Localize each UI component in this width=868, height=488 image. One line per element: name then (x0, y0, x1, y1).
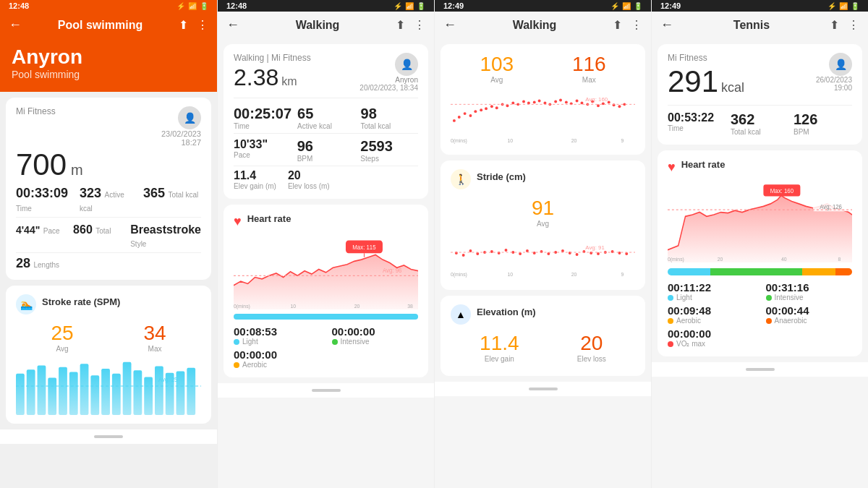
status-time-2: 12:48 (226, 1, 247, 10)
zone-light-seg (668, 268, 710, 275)
elev-loss-label: Elev loss (577, 355, 606, 363)
panel3-scroll: 103 Avg 116 Max (435, 38, 651, 488)
panel1-title: Pool swimming (58, 19, 142, 32)
main-unit-1: m (71, 162, 83, 179)
panel2-header-icons: ⬆ ⋮ (396, 18, 425, 32)
battery-icon-3: 🔋 (634, 2, 642, 10)
share-button-1[interactable]: ⬆ (179, 18, 188, 32)
stroke-max-value: 34 (143, 322, 166, 345)
stat-total-kcal-1: 365 Total kcal (143, 186, 201, 214)
elev-loss-value: 20 (577, 332, 606, 355)
svg-point-55 (597, 104, 600, 107)
more-button-3[interactable]: ⋮ (631, 18, 642, 32)
share-button-2[interactable]: ⬆ (396, 18, 405, 32)
zone-intensive-2: 00:00:00 Intensive (332, 325, 419, 346)
elev-loss: 20 Elev loss (577, 332, 606, 363)
w-bpm-val: 96 (297, 138, 355, 155)
svg-point-82 (561, 249, 564, 252)
w-total-kcal: 98 Total kcal (361, 106, 418, 130)
status-bar-1: 12:48 ⚡ 📶 🔋 (0, 0, 217, 12)
stroke-rate-header: 🏊 Stroke rate (SPM) (16, 294, 201, 314)
svg-point-49 (565, 100, 568, 103)
w-elev-loss-val: 20 (288, 169, 330, 182)
stroke-rate-title: Stroke rate (SPM) (42, 296, 120, 307)
t-total-kcal-label: Total kcal (731, 128, 789, 136)
more-button-1[interactable]: ⋮ (197, 18, 208, 32)
svg-point-41 (522, 100, 525, 103)
t-bpm-label: BPM (793, 128, 852, 136)
more-button-4[interactable]: ⋮ (848, 18, 859, 32)
signal-icon-3: 📶 (622, 2, 631, 10)
stroke-avg: 25 Avg (51, 322, 73, 353)
svg-rect-9 (112, 374, 121, 415)
battery-icon: 🔋 (200, 2, 208, 10)
t-bpm-val: 126 (793, 111, 852, 128)
share-button-4[interactable]: ⬆ (830, 18, 839, 32)
more-button-2[interactable]: ⋮ (414, 18, 425, 32)
zone-light-time-4: 00:11:22 (668, 281, 754, 294)
svg-text:20: 20 (718, 255, 723, 262)
svg-rect-3 (48, 378, 56, 415)
svg-rect-11 (133, 370, 142, 415)
t-total-kcal-val: 362 (731, 111, 789, 128)
back-button-1[interactable]: ← (9, 17, 22, 33)
battery-icon-2: 🔋 (417, 2, 425, 10)
stroke-rate-card: 🏊 Stroke rate (SPM) 25 Avg 34 Max (6, 286, 211, 424)
status-icons-4: ⚡ 📶 🔋 (827, 2, 859, 10)
panel2-scroll: Walking | Mi Fitness 2.38 km 👤 Anyron 20… (218, 38, 434, 488)
bottom-bar-1 (0, 429, 217, 444)
zone-intensive-label-4: Intensive (766, 294, 853, 301)
stride-avg-value: 91 (451, 197, 635, 220)
date-1: 23/02/2023 (161, 129, 201, 138)
zone-aerobic-label-4: Aerobic (668, 317, 754, 325)
aerobic-dot-2 (234, 362, 239, 368)
svg-rect-6 (80, 364, 89, 415)
svg-point-38 (506, 104, 509, 107)
stride-avg-label: Avg (451, 220, 635, 228)
svg-text:20: 20 (354, 302, 360, 309)
lengths-label-1: Lengths (33, 261, 59, 269)
panel-walking-1: 12:48 ⚡ 📶 🔋 ← Walking ⬆ ⋮ Walking | Mi F… (217, 0, 434, 488)
avatar-1: 👤 (178, 106, 201, 129)
zone-bar-4 (668, 268, 852, 275)
zone-bar-2 (234, 314, 418, 320)
panel1-scroll: Mi Fitness 👤 23/02/2023 18:27 700 m 00:3… (0, 92, 217, 488)
stats-row-1a: 00:33:09 Time 323 Active kcal 365 Total … (16, 186, 201, 214)
svg-point-48 (559, 99, 562, 102)
pace-label-1: Pace (43, 227, 60, 235)
bottom-indicator-3 (529, 388, 558, 390)
time-1: 18:27 (181, 138, 201, 147)
svg-point-76 (519, 252, 522, 255)
panel4-title: Tennis (733, 19, 770, 32)
zone-aerobic-4: 00:09:48 Aerobic (668, 304, 754, 325)
svg-point-69 (469, 249, 472, 252)
user-name-1: Anyron (12, 46, 205, 69)
zone-aerobic-seg (802, 268, 835, 275)
share-button-3[interactable]: ⬆ (613, 18, 622, 32)
elevation-icon: ▲ (451, 304, 471, 325)
back-button-4[interactable]: ← (660, 17, 673, 33)
intensive-dot-4 (766, 295, 772, 301)
svg-text:8: 8 (838, 255, 841, 262)
status-bar-4: 12:49 ⚡ 📶 🔋 (652, 0, 868, 12)
svg-text:0(mins): 0(mins) (668, 255, 684, 262)
panel1-header-icons: ⬆ ⋮ (179, 18, 208, 32)
stat-active-kcal-1: 323 Active kcal (80, 186, 137, 214)
hr-header-2: ♥ Heart rate (234, 213, 418, 230)
zone-intensive-4: 00:31:16 Intensive (766, 281, 853, 301)
w-active-kcal-val: 65 (297, 106, 354, 122)
bt-icon-2: ⚡ (393, 2, 402, 10)
p3-avg-label: Avg (480, 76, 514, 84)
anaerobic-dot-4 (766, 318, 772, 324)
p3-max-value: 116 (572, 53, 606, 76)
walking-stats-1: 00:25:07 Time 65 Active kcal 98 Total kc… (234, 106, 418, 130)
heart-rate-card-4: ♥ Heart rate Max: 160 (658, 150, 862, 356)
back-button-2[interactable]: ← (226, 17, 239, 33)
zone-aerobic-2: 00:00:00 Aerobic (234, 348, 320, 369)
w-pace-val: 10'33" (234, 138, 292, 151)
bt-icon-3: ⚡ (610, 2, 619, 10)
back-button-3[interactable]: ← (443, 17, 456, 33)
svg-text:9: 9 (621, 272, 624, 277)
panel4-header: ← Tennis ⬆ ⋮ (652, 12, 868, 38)
tennis-stats: 00:53:22 Time 362 Total kcal 126 BPM (668, 111, 852, 136)
